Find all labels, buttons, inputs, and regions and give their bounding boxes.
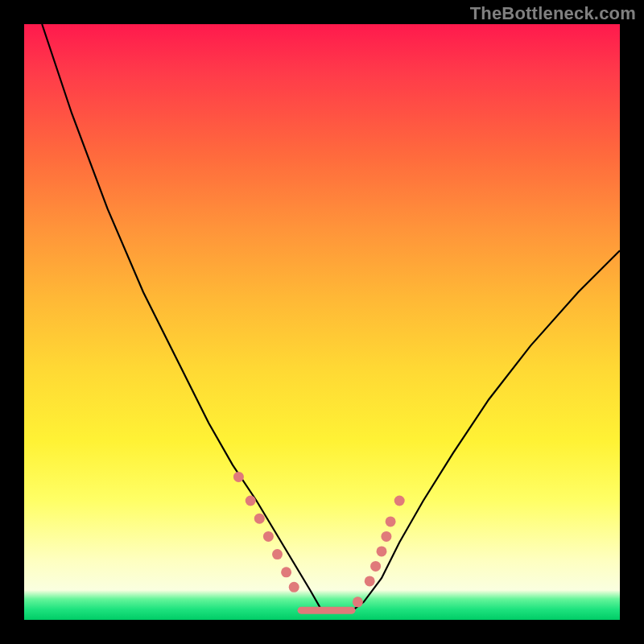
marker-dot <box>246 496 256 506</box>
chart-container: TheBottleneck.com <box>0 0 644 644</box>
marker-dot <box>233 472 244 482</box>
marker-dot <box>365 576 375 586</box>
marker-dot <box>254 514 265 524</box>
marker-dot <box>394 496 405 506</box>
marker-dot <box>289 582 299 592</box>
marker-dot <box>386 516 396 526</box>
marker-dot <box>381 531 391 542</box>
marker-dot <box>370 561 381 572</box>
plot-area <box>24 24 620 620</box>
marker-dot <box>353 597 363 607</box>
watermark-text: TheBottleneck.com <box>470 3 636 24</box>
marker-dot <box>272 549 283 559</box>
marker-dot <box>263 531 274 542</box>
curve-svg <box>24 24 620 620</box>
marker-dot <box>377 546 387 556</box>
bottleneck-curve <box>42 24 620 611</box>
marker-dot <box>281 567 291 577</box>
marker-group <box>233 472 405 610</box>
